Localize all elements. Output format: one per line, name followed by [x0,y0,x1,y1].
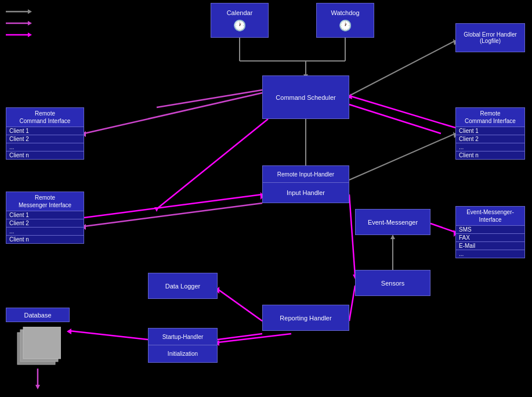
calendar-clock-icon: 🕐 [233,19,246,32]
remote-input-handler-label: Remote Input-Handler [277,171,334,178]
legend [6,9,32,38]
svg-line-32 [349,286,355,321]
reporting-handler-label: Reporting Handler [280,315,331,322]
calendar-box: Calendar 🕐 [211,3,269,38]
svg-line-45 [218,334,291,342]
remote-messenger-header: RemoteMessenger Interface [6,192,84,211]
global-error-box: Global Error Handler (Logfile) [455,23,525,52]
calendar-label: Calendar [227,9,253,16]
watchdog-box: Watchdog 🕐 [316,3,374,38]
svg-line-28 [84,203,262,226]
database-icon [6,325,70,383]
svg-marker-3 [28,21,32,26]
event-messenger-box: Event-Messenger [355,209,430,235]
svg-line-35 [218,334,262,340]
svg-marker-39 [35,385,40,389]
remote-messenger-group: RemoteMessenger Interface Client 1 Clien… [6,192,84,244]
input-handler-box: Input Handler [262,183,349,203]
svg-line-23 [157,90,262,107]
event-messenger-interface-header: Event-Messenger-Interface [455,206,525,226]
remote-cmd-right-item-1: Client 1 [455,127,525,135]
remote-cmd-left-header: RemoteCommand Interface [6,107,84,127]
svg-marker-1 [28,9,32,14]
database-label: Database [24,312,51,319]
data-logger-label: Data Logger [165,283,201,290]
initialization-label: Initialization [168,351,198,357]
remote-cmd-right-group: RemoteCommand Interface Client 1 Client … [455,107,525,160]
event-messenger-interface-fax: FAX [455,234,525,242]
input-handler-label: Input Handler [287,189,325,196]
svg-line-33 [218,289,262,321]
remote-messenger-item-2: Client 2 [6,219,84,228]
svg-line-24 [349,96,455,128]
remote-messenger-item-1: Client 1 [6,211,84,219]
svg-line-26 [84,194,262,218]
input-handler-group: Remote Input-Handler Input Handler [262,165,349,203]
remote-messenger-item-3: ... [6,228,84,236]
svg-line-30 [430,223,455,232]
remote-cmd-right-item-3: ... [455,143,525,151]
svg-marker-41 [154,207,159,212]
event-messenger-interface-more: ... [455,250,525,258]
event-messenger-interface-sms: SMS [455,226,525,234]
svg-marker-18 [390,234,395,239]
remote-cmd-left-item-2: Client 2 [6,135,84,143]
startup-handler-label: Startup-Handler [162,334,204,340]
remote-cmd-right-item-2: Client 2 [455,135,525,143]
legend-purple [6,20,32,26]
remote-cmd-right-item-4: Client n [455,151,525,160]
remote-cmd-left-item-1: Client 1 [6,127,84,135]
watchdog-clock-icon: 🕐 [339,19,352,32]
legend-magenta [6,32,32,38]
svg-line-43 [349,194,355,276]
watchdog-label: Watchdog [331,9,359,16]
reporting-handler-box: Reporting Handler [262,305,349,331]
event-messenger-label: Event-Messenger [368,219,418,226]
command-scheduler-label: Command Scheduler [276,94,335,101]
svg-line-42 [349,104,441,133]
remote-input-handler-box: Remote Input-Handler [262,165,349,183]
startup-group: Startup-Handler Initialization [148,328,218,363]
sensors-label: Sensors [381,280,404,287]
legend-gray [6,9,32,15]
svg-line-15 [349,133,455,180]
svg-line-11 [349,41,455,96]
event-messenger-interface-email: E-Mail [455,242,525,250]
svg-line-36 [70,331,148,340]
svg-line-19 [218,289,262,321]
svg-rect-49 [23,327,61,359]
sensors-box: Sensors [355,270,430,296]
remote-cmd-left-group: RemoteCommand Interface Client 1 Client … [6,107,84,160]
initialization-box: Initialization [148,345,218,363]
remote-messenger-item-4: Client n [6,236,84,244]
global-error-label: Global Error Handler (Logfile) [456,31,524,44]
database-group: Database [6,308,70,383]
svg-line-21 [84,93,262,133]
remote-cmd-left-item-3: ... [6,143,84,151]
remote-cmd-left-item-4: Client n [6,151,84,160]
command-scheduler-box: Command Scheduler [262,75,349,119]
event-messenger-interface-group: Event-Messenger-Interface SMS FAX E-Mail… [455,206,525,258]
svg-marker-5 [28,33,32,37]
remote-cmd-right-header: RemoteCommand Interface [455,107,525,127]
svg-line-40 [157,119,268,209]
startup-handler-box: Startup-Handler [148,328,218,345]
data-logger-box: Data Logger [148,273,218,299]
database-label-box: Database [6,308,70,322]
